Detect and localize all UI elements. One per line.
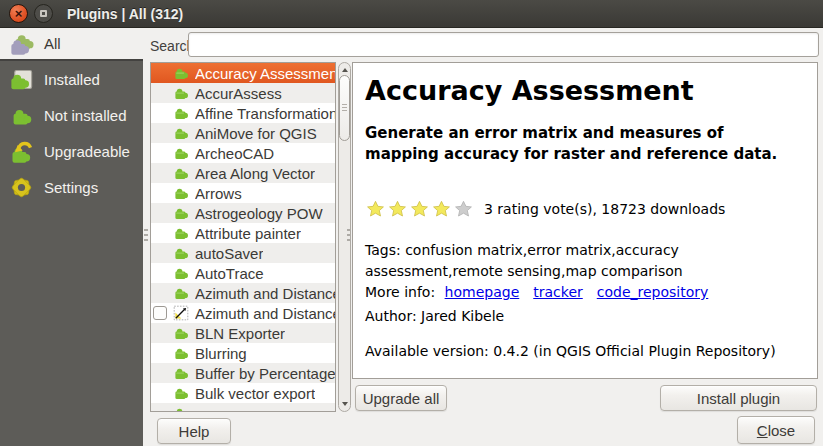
gear-icon — [7, 173, 35, 201]
plugin-details-pane: Accuracy Assessment Generate an error ma… — [352, 62, 818, 379]
plugin-list-item[interactable]: Accuracy Assessment — [151, 63, 335, 83]
plugin-name: Astrogeology POW — [195, 205, 323, 222]
sidebar-item-not-installed[interactable]: Not installed — [0, 97, 143, 133]
puzzle-icon — [173, 205, 189, 221]
install-plugin-button[interactable]: Install plugin — [660, 385, 817, 411]
plugin-name: Blurring — [195, 345, 247, 362]
plugin-list-item[interactable]: Buffer by Percentage — [151, 363, 335, 383]
plugin-title: Accuracy Assessment — [365, 75, 805, 107]
sidebar: All Installed Not installed Upgradeable … — [0, 28, 143, 446]
puzzle-icon — [173, 85, 189, 101]
plugin-list-item[interactable] — [151, 403, 335, 412]
puzzle-icon — [173, 225, 189, 241]
scrollbar-thumb[interactable] — [339, 75, 350, 141]
plugin-list-item[interactable]: Arrows — [151, 183, 335, 203]
plugin-list-item[interactable]: ArcheoCAD — [151, 143, 335, 163]
plugin-list-item[interactable]: Attribute painter — [151, 223, 335, 243]
puzzle-icon — [173, 345, 189, 361]
star-filled-icon — [365, 199, 386, 219]
sidebar-item-label: Upgradeable — [44, 143, 130, 160]
more-info-row: More info: homepagetrackercode_repositor… — [365, 282, 805, 303]
restore-window-button[interactable] — [34, 4, 53, 23]
plugin-list-item[interactable]: Area Along Vector — [151, 163, 335, 183]
puzzle-icon — [173, 385, 189, 401]
plugin-name: AccurAssess — [195, 85, 282, 102]
plugins-dialog: × Plugins | All (312) All Installed Not … — [0, 0, 823, 446]
rating-row: 3 rating vote(s), 18723 downloads — [365, 199, 805, 219]
sidebar-item-label: Installed — [44, 71, 100, 88]
puzzle-icon — [173, 245, 189, 261]
star-rating — [365, 199, 475, 219]
plugin-name: Azimuth and Distance — [195, 285, 335, 302]
plugin-list-item[interactable]: BLN Exporter — [151, 323, 335, 343]
star-filled-icon — [387, 199, 408, 219]
plugin-name: AutoTrace — [195, 265, 264, 282]
plugin-name: autoSaver — [195, 245, 263, 262]
star-empty-icon — [453, 199, 474, 219]
plugin-list[interactable]: Accuracy Assessment AccurAssess Affine T… — [150, 62, 336, 412]
window-title: Plugins | All (312) — [67, 6, 183, 22]
link-code-repository[interactable]: code_repository — [597, 284, 709, 300]
star-filled-icon — [409, 199, 430, 219]
sidebar-item-all[interactable]: All — [0, 28, 143, 61]
splitter-handle-right[interactable] — [347, 229, 351, 241]
sidebar-item-upgradeable[interactable]: Upgradeable — [0, 133, 143, 169]
plugin-list-item[interactable]: Affine Transformation — [151, 103, 335, 123]
star-filled-icon — [431, 199, 452, 219]
sidebar-item-settings[interactable]: Settings — [0, 169, 143, 205]
upgrade-all-button[interactable]: Upgrade all — [355, 385, 447, 411]
puzzle-icon — [173, 405, 189, 412]
link-homepage[interactable]: homepage — [445, 284, 520, 300]
tags-label: Tags: — [365, 242, 405, 258]
splitter-handle-left[interactable] — [144, 229, 148, 241]
puzzle-upgrade-icon — [7, 137, 35, 165]
plugin-checkbox[interactable] — [153, 306, 167, 320]
puzzle-installed-icon — [7, 65, 35, 93]
puzzle-icon — [173, 185, 189, 201]
puzzle-all-icon — [7, 30, 35, 58]
plugin-description: Generate an error matrix and measures of… — [365, 123, 795, 165]
titlebar[interactable]: × Plugins | All (312) — [0, 0, 823, 28]
tags-value: confusion matrix,error matrix,accuracy a… — [365, 242, 683, 279]
puzzle-icon — [173, 285, 189, 301]
puzzle-icon — [173, 165, 189, 181]
puzzle-icon — [173, 265, 189, 281]
puzzle-icon — [173, 65, 189, 81]
plugin-list-item[interactable]: AccurAssess — [151, 83, 335, 103]
puzzle-not-installed-icon — [7, 101, 35, 129]
plugin-list-item[interactable]: autoSaver — [151, 243, 335, 263]
plugin-version: Available version: 0.4.2 (in QGIS Offici… — [365, 341, 805, 362]
close-icon: × — [15, 7, 23, 20]
plugin-name: Azimuth and Distance — [195, 305, 335, 322]
sidebar-item-label: Settings — [44, 179, 98, 196]
scroll-down-icon[interactable] — [339, 399, 350, 409]
search-input[interactable] — [188, 32, 819, 57]
plugin-list-item[interactable]: Bulk vector export — [151, 383, 335, 403]
plugin-author: Author: Jared Kibele — [365, 306, 805, 327]
puzzle-icon — [173, 145, 189, 161]
sidebar-item-installed[interactable]: Installed — [0, 61, 143, 97]
plugin-name: Buffer by Percentage — [195, 365, 335, 382]
help-button[interactable]: Help — [157, 418, 231, 444]
plugin-list-item[interactable]: AniMove for QGIS — [151, 123, 335, 143]
close-button[interactable]: Close — [737, 416, 815, 444]
plugin-list-item[interactable]: Azimuth and Distance — [151, 283, 335, 303]
scroll-up-icon[interactable] — [339, 65, 350, 75]
plugin-name: AniMove for QGIS — [195, 125, 317, 142]
plugin-name: Bulk vector export — [195, 385, 315, 402]
rating-text: 3 rating vote(s), 18723 downloads — [484, 201, 725, 217]
more-info-label: More info: — [365, 284, 440, 300]
puzzle-icon — [173, 125, 189, 141]
plugin-list-item[interactable]: Azimuth and Distance — [151, 303, 335, 323]
plugin-name: Area Along Vector — [195, 165, 315, 182]
puzzle-icon — [173, 325, 189, 341]
close-window-button[interactable]: × — [9, 4, 28, 23]
plugin-name: Arrows — [195, 185, 242, 202]
plugin-tags: Tags: confusion matrix,error matrix,accu… — [365, 240, 805, 282]
link-tracker[interactable]: tracker — [533, 284, 583, 300]
sidebar-item-label: Not installed — [44, 107, 127, 124]
plugin-list-item[interactable]: Astrogeology POW — [151, 203, 335, 223]
sidebar-item-label: All — [44, 35, 61, 52]
plugin-list-item[interactable]: AutoTrace — [151, 263, 335, 283]
plugin-list-item[interactable]: Blurring — [151, 343, 335, 363]
